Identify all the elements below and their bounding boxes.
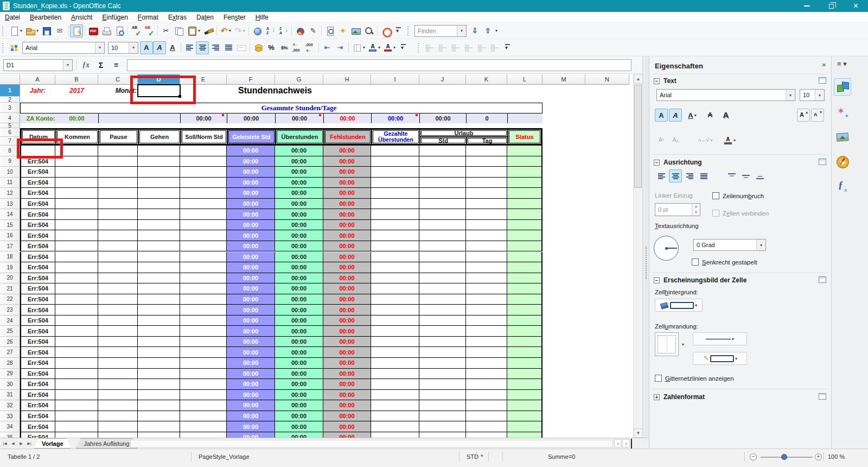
cell-C20[interactable]	[98, 273, 138, 284]
cell-E32[interactable]	[180, 400, 227, 411]
sidebar-align-right-button[interactable]	[683, 169, 696, 182]
background-color-dropdown-icon[interactable]: ▾	[695, 303, 697, 308]
cell-L24[interactable]	[507, 315, 542, 326]
column-header-L[interactable]: L	[507, 74, 542, 85]
cell-F8[interactable]: 00:00	[227, 146, 275, 156]
cell-C31[interactable]	[98, 390, 138, 401]
sheet-tab-vorlage[interactable]: Vorlage	[34, 438, 72, 449]
cell-background-color-button[interactable]: ▾	[655, 299, 703, 312]
cell-B18[interactable]	[55, 252, 98, 263]
line-style-dropdown-icon[interactable]: ▾	[732, 337, 734, 342]
cell-H18[interactable]: 00:00	[323, 252, 371, 263]
cell-J14[interactable]	[419, 209, 466, 220]
cell-F31[interactable]: 00:00	[227, 390, 275, 401]
cell-H4[interactable]: 00:00	[323, 113, 371, 123]
background-color-dropdown-icon[interactable]: ▾	[378, 45, 380, 50]
row-header-3[interactable]: 3	[0, 103, 20, 113]
cell-G33[interactable]: 00:00	[275, 411, 323, 422]
sheet-title-cell[interactable]: Stundennachweis	[227, 84, 323, 97]
sum-button[interactable]: Σ	[94, 59, 107, 71]
cell-J16[interactable]	[419, 230, 466, 241]
cell-I18[interactable]	[371, 252, 419, 263]
cell-B10[interactable]	[55, 167, 98, 178]
cell-B14[interactable]	[55, 209, 98, 220]
border-picker[interactable]	[655, 332, 679, 356]
font-color-dropdown-icon[interactable]: ▾	[393, 45, 395, 50]
header-gehen[interactable]: Gehen	[138, 129, 181, 144]
cell-B4[interactable]: 00:00	[55, 113, 98, 123]
align-justified-button[interactable]	[222, 41, 235, 54]
cell-K11[interactable]	[466, 178, 507, 188]
cell-C30[interactable]	[98, 379, 138, 390]
cell-J21[interactable]	[419, 283, 466, 294]
cell-L35[interactable]	[507, 432, 542, 438]
cell-A28[interactable]: Err:504	[20, 358, 55, 369]
font-color-button[interactable]: A▾	[382, 41, 397, 54]
header-pause[interactable]: Pause	[99, 129, 138, 144]
paste-button[interactable]: ▾	[186, 24, 202, 37]
cell-K34[interactable]	[466, 421, 507, 432]
cell-J11[interactable]	[419, 178, 466, 188]
cell-G26[interactable]: 00:00	[275, 337, 323, 348]
cell-I12[interactable]	[371, 188, 419, 199]
row-header-15[interactable]: 15	[0, 220, 20, 231]
cell-H19[interactable]: 00:00	[323, 262, 371, 273]
cell-G17[interactable]: 00:00	[275, 241, 323, 252]
cell-E22[interactable]	[180, 294, 227, 305]
cell-C17[interactable]	[98, 241, 138, 252]
cell-B13[interactable]	[55, 199, 98, 210]
cell-G10[interactable]: 00:00	[275, 167, 323, 178]
cell-L17[interactable]	[507, 241, 542, 252]
cell-L28[interactable]	[507, 358, 542, 369]
column-header-C[interactable]: C	[98, 74, 138, 85]
cell-K17[interactable]	[466, 241, 507, 252]
increase-font-size-button[interactable]	[797, 109, 810, 122]
cell-B12[interactable]	[55, 188, 98, 199]
row-header-5[interactable]: 5	[0, 123, 20, 128]
cell-K9[interactable]	[466, 156, 507, 167]
cell-J27[interactable]	[419, 347, 466, 358]
first-sheet-icon[interactable]: |◀	[1, 439, 9, 447]
cell-H13[interactable]: 00:00	[323, 199, 371, 210]
font-color-dropdown-icon[interactable]: ▾	[733, 138, 736, 143]
zoom-out-icon[interactable]: −	[750, 453, 757, 460]
cell-B33[interactable]	[55, 411, 98, 422]
cell-E27[interactable]	[180, 347, 227, 358]
row-header-7[interactable]: 7	[0, 137, 20, 146]
cell-L34[interactable]	[507, 421, 542, 432]
cell-L9[interactable]	[507, 156, 542, 167]
cell-J31[interactable]	[419, 390, 466, 401]
cell-G34[interactable]: 00:00	[275, 421, 323, 432]
cell-I16[interactable]	[371, 230, 419, 241]
cell-C12[interactable]	[98, 188, 138, 199]
cell-C22[interactable]	[98, 294, 138, 305]
font-size-combo[interactable]: 10▾	[108, 42, 138, 54]
spinner-arrows[interactable]: ▲▼	[692, 204, 700, 216]
cell-L21[interactable]	[507, 283, 542, 294]
cell-E9[interactable]	[180, 156, 227, 167]
cell-A14[interactable]: Err:504	[20, 209, 55, 220]
header-geleistete-std[interactable]: Geleistete Std	[227, 129, 276, 144]
select-all-corner[interactable]	[0, 74, 20, 85]
cell-J22[interactable]	[419, 294, 466, 305]
cell-K13[interactable]	[466, 199, 507, 210]
header-urlaub-std[interactable]: Std	[420, 137, 467, 144]
cell-F4[interactable]: 00:00	[227, 113, 275, 123]
cell-K18[interactable]	[466, 252, 507, 263]
cell-C21[interactable]	[98, 283, 138, 294]
vertical-scrollbar-thumb[interactable]	[634, 85, 642, 188]
cell-E15[interactable]	[180, 220, 227, 231]
font-name-combo[interactable]: Arial▾	[22, 42, 105, 54]
cell-F14[interactable]: 00:00	[227, 209, 275, 220]
cell-B34[interactable]	[55, 421, 98, 432]
cell-K26[interactable]	[466, 337, 507, 348]
cell-C29[interactable]	[98, 369, 138, 380]
cell-C11[interactable]	[98, 178, 138, 188]
collapse-ausrichtung-section-icon[interactable]: −	[654, 160, 660, 166]
cell-K29[interactable]	[466, 369, 507, 380]
underline-button[interactable]: A	[166, 41, 179, 54]
column-header-G[interactable]: G	[275, 74, 323, 85]
cell-J15[interactable]	[419, 220, 466, 231]
cell-H15[interactable]: 00:00	[323, 220, 371, 231]
row-header-33[interactable]: 33	[0, 411, 20, 422]
